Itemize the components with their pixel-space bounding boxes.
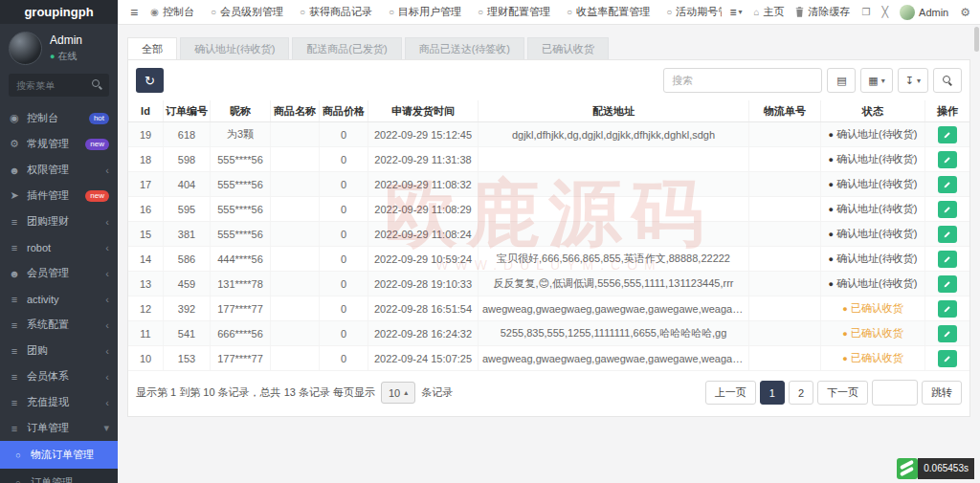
clear-cache-link[interactable]: 清除缓存 — [795, 5, 850, 19]
topnav-item-5[interactable]: ○收益率配置管理 — [567, 5, 650, 19]
sidebar-subitem-order-manage[interactable]: ○订单管理 — [0, 469, 118, 483]
home-link[interactable]: ⌂主页 — [753, 5, 784, 19]
columns-button[interactable]: ▦▾ — [860, 68, 892, 93]
cell-status: ●确认地址(待收货) — [821, 122, 925, 147]
page-size-dropdown[interactable]: 10▴ — [381, 382, 415, 404]
export-button[interactable]: ↧▾ — [898, 68, 928, 93]
edit-button[interactable] — [938, 201, 957, 218]
summary-prefix: 显示第 1 到第 10 条记录，总共 13 条记录 每页显示 — [136, 385, 375, 400]
dashboard-icon: ◉ — [9, 112, 20, 124]
page-button-2[interactable]: 2 — [789, 381, 813, 405]
chevron-left-icon: ‹ — [105, 294, 109, 305]
status-label: 已确认收货 — [851, 302, 903, 314]
cell-product_name — [271, 272, 320, 296]
edit-button[interactable] — [938, 176, 957, 193]
admin-menu[interactable]: Admin — [900, 5, 948, 20]
edit-button[interactable] — [938, 350, 957, 367]
avatar[interactable] — [9, 32, 42, 65]
app-logo[interactable]: groupingph — [0, 0, 118, 24]
sidebar-item-plugins[interactable]: ➤插件管理new — [0, 183, 118, 209]
topnav-item-0[interactable]: ◉控制台 — [150, 5, 194, 19]
cell-apply_time: 2022-09-24 15:07:25 — [368, 346, 479, 371]
tab-received[interactable]: 已确认收货 — [527, 37, 609, 59]
edit-button[interactable] — [938, 151, 957, 168]
tab-shipped[interactable]: 配送商品(已发货) — [292, 37, 401, 59]
status-label: 确认地址(待收货) — [836, 277, 917, 289]
jump-button[interactable]: 跳转 — [922, 381, 962, 405]
status-dot-icon: ● — [829, 180, 834, 189]
chevron-left-icon: ‹ — [105, 345, 109, 357]
user-status-label: 在线 — [57, 51, 77, 61]
sidebar-item-group-finance[interactable]: ≡团购理财‹ — [0, 209, 118, 234]
pencil-icon — [944, 155, 951, 165]
sidebar-item-orders[interactable]: ≡订单管理▾ — [0, 415, 118, 441]
sidebar-item-activity[interactable]: ≡activity‹ — [0, 286, 118, 312]
tab-confirm-address[interactable]: 确认地址(待收货) — [180, 37, 289, 59]
search-button[interactable] — [933, 68, 962, 93]
edit-button[interactable] — [938, 325, 957, 342]
cell-action — [925, 172, 970, 197]
table-footer: 显示第 1 到第 10 条记录，总共 13 条记录 每页显示 10▴ 条记录 上… — [128, 371, 969, 416]
debug-bar: 0.065453s — [897, 458, 974, 479]
status-dot-icon: ● — [829, 155, 834, 165]
topnav-item-2[interactable]: ○获得商品记录 — [300, 5, 372, 19]
sidebar-item-recharge-withdraw[interactable]: ≡充值提现‹ — [0, 389, 118, 415]
edit-button[interactable] — [938, 251, 957, 268]
sidebar-item-console[interactable]: ◉控制台hot — [0, 105, 118, 131]
sidebar-item-label: 插件管理 — [27, 188, 78, 203]
table-row: 13459131****7802022-09-28 19:10:33反反复复,😊… — [128, 272, 969, 296]
table-search-input[interactable] — [663, 68, 822, 93]
tab-all[interactable]: 全部 — [127, 37, 177, 59]
list-icon: ≡ — [9, 371, 20, 383]
cell-status: ●确认地址(待收货) — [821, 272, 925, 296]
status-label: 已确认收货 — [851, 352, 903, 363]
cell-order_no: 153 — [164, 346, 211, 371]
sidebar-item-system-config[interactable]: ≡系统配置‹ — [0, 312, 118, 338]
pencil-icon — [944, 205, 951, 214]
hamburger-icon[interactable]: ≡ — [130, 5, 138, 20]
topnav-item-4[interactable]: ○理财配置管理 — [478, 5, 550, 19]
edit-button[interactable] — [938, 275, 957, 293]
cell-price: 0 — [320, 122, 368, 147]
status-dot-icon: ● — [829, 279, 834, 289]
page-button-1[interactable]: 1 — [760, 381, 785, 405]
sidebar-item-label: 团购理财 — [27, 214, 99, 229]
fullscreen-icon[interactable]: ╳ — [881, 6, 888, 18]
gear-icon[interactable]: ⚙ — [960, 6, 970, 19]
sidebar-item-permissions[interactable]: ☻权限管理‹ — [0, 157, 118, 183]
edit-button[interactable] — [938, 226, 957, 243]
sidebar-item-group-buy[interactable]: ≡团购‹ — [0, 338, 118, 363]
topnav-item-3[interactable]: ○目标用户管理 — [389, 5, 461, 19]
circle-icon: ○ — [389, 7, 394, 17]
sidebar-item-robot[interactable]: ≡robot‹ — [0, 234, 118, 260]
cell-apply_time: 2022-09-29 11:08:29 — [368, 197, 479, 222]
cell-apply_time: 2022-09-29 11:08:32 — [368, 172, 479, 197]
scrollbar-thumb[interactable] — [974, 27, 979, 52]
badge-new: new — [85, 139, 109, 150]
edit-button[interactable] — [938, 126, 957, 143]
edit-button[interactable] — [938, 300, 957, 318]
refresh-button[interactable]: ↻ — [136, 68, 164, 93]
toggle-view-button[interactable]: ▤ — [827, 68, 856, 93]
pencil-icon — [944, 180, 951, 189]
cell-tracking_no — [749, 247, 821, 272]
circle-icon: ○ — [211, 7, 216, 17]
thinkphp-logo-icon[interactable] — [897, 458, 918, 479]
tab-delivered[interactable]: 商品已送达(待签收) — [405, 37, 524, 59]
jump-page-input[interactable] — [872, 380, 918, 406]
page-icon[interactable]: ❐ — [861, 7, 870, 17]
sidebar-subitem-logistics-orders[interactable]: ○物流订单管理 — [0, 441, 118, 469]
circle-icon: ○ — [300, 7, 305, 17]
sidebar-item-members[interactable]: ☻会员管理‹ — [0, 260, 118, 286]
prev-page-button[interactable]: 上一页 — [705, 381, 756, 405]
cell-status: ●确认地址(待收货) — [821, 147, 925, 172]
status-label: 确认地址(待收货) — [836, 252, 917, 264]
sidebar-item-member-system[interactable]: ≡会员体系‹ — [0, 363, 118, 389]
sidebar-item-general[interactable]: ⚙常规管理new — [0, 131, 118, 157]
status-label: 确认地址(待收货) — [836, 228, 917, 239]
cell-nickname: 555****56 — [211, 222, 271, 247]
topnav-item-6[interactable]: ○活动期号管理 — [666, 5, 722, 19]
next-page-button[interactable]: 下一页 — [817, 381, 868, 405]
more-menus-button[interactable]: ≡▾ — [729, 6, 742, 19]
topnav-item-1[interactable]: ○会员级别管理 — [211, 5, 283, 19]
